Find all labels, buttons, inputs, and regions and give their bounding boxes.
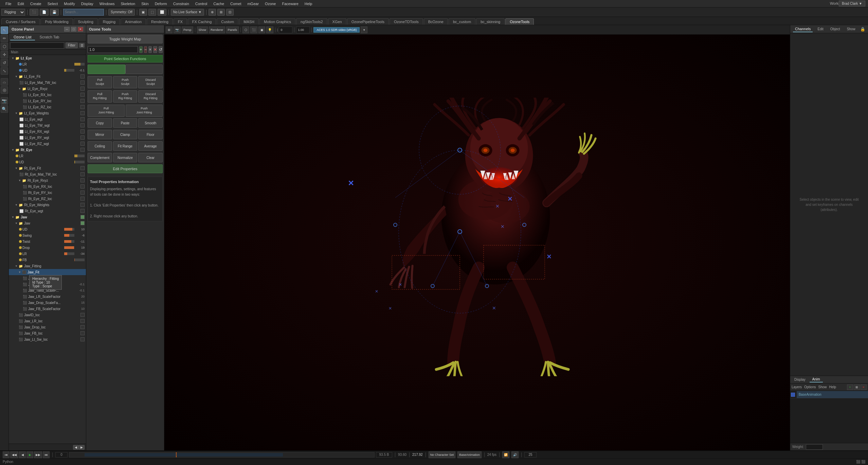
move-tool-btn[interactable]: ✛ <box>1 51 8 58</box>
anim-delete-btn[interactable]: ✕ <box>861 384 867 390</box>
user-button[interactable]: Brad Clark ▼ <box>839 1 865 6</box>
menu-item-comet[interactable]: Comet <box>228 1 244 6</box>
vp-renderer-btn[interactable]: Renderer <box>209 26 225 33</box>
pull-sculpt-btn[interactable]: PullSculpt <box>88 76 112 88</box>
tab-rigging[interactable]: Rigging <box>98 18 120 25</box>
go-start-btn[interactable]: ⏮ <box>3 451 10 458</box>
tree-item-jaw-swing-scalef[interactable]: ⬛ Jaw_Swing_Scale... -0.1 <box>9 281 86 287</box>
tab-motion-graphics[interactable]: Motion Graphics <box>259 18 295 25</box>
push-joint-fitting-btn[interactable]: PushJoint Fitting <box>126 105 163 117</box>
tree-item-jaw-ud[interactable]: UD 10 <box>9 226 86 232</box>
point-selection-btn[interactable]: Point Selection Functions <box>88 55 163 62</box>
filter-options-btn[interactable]: ☰ <box>79 43 85 48</box>
list-scroll-right[interactable]: ▶ <box>79 445 85 450</box>
fps-input[interactable] <box>524 452 537 458</box>
filter-btn[interactable]: Filter <box>66 42 78 48</box>
tree-item-lt-eye-ry[interactable]: ⬛ Lt_Eye_RY_loc <box>9 98 86 104</box>
show-anim-btn[interactable]: Show <box>818 385 827 389</box>
mirror-btn[interactable]: Mirror <box>88 130 112 139</box>
add-btn[interactable]: + <box>139 46 143 53</box>
tab-rendering[interactable]: Rendering <box>147 18 173 25</box>
menu-item-cache[interactable]: Cache <box>211 1 227 6</box>
paste-btn[interactable]: Paste <box>113 118 138 128</box>
subtract-btn[interactable]: − <box>144 46 147 53</box>
tree-item-jaw-sub[interactable]: ▼ 📁 Jaw <box>9 220 86 226</box>
tree-item-rt-eye-rz[interactable]: ⬛ Rt_Eye_RZ_loc <box>9 196 86 202</box>
ozone-tree-list[interactable]: ▼ 📁 Lt_Eye LR UD -0.1 <box>9 55 86 444</box>
tree-item-lt-eye-ry-wgt[interactable]: ⬜ Lt_Eye_RY_wgt <box>9 135 86 141</box>
tree-item-lt-eye-lr[interactable]: LR <box>9 61 86 67</box>
weight-value-input[interactable] <box>88 46 138 53</box>
color-space-indicator[interactable]: ACES 1.0 SDR-video (sRGB) <box>313 27 360 33</box>
tree-item-jaw-id-loc[interactable]: ⬛ JawID_loc <box>9 312 86 318</box>
end-frame-input[interactable] <box>376 452 392 458</box>
tree-item-rt-eye-wgt[interactable]: ⬜ Rt_Eye_wgt <box>9 208 86 214</box>
rotate-tool-btn[interactable]: ↺ <box>1 59 8 67</box>
search-input[interactable] <box>63 9 104 16</box>
tab-poly-modeling[interactable]: Poly Modeling <box>40 18 73 25</box>
anim-add-btn[interactable]: + <box>847 384 853 390</box>
tree-item-jaw-fb-loc[interactable]: ⬛ Jaw_FB_loc <box>9 330 86 336</box>
tree-item-jaw-fb[interactable]: FB <box>9 257 86 263</box>
magnet-btn[interactable]: ⊕ <box>209 9 216 16</box>
lasso-tool-btn[interactable]: ⬡ <box>1 43 8 50</box>
menu-item-create[interactable]: Create <box>28 1 44 6</box>
module-dropdown[interactable]: Rigging <box>1 9 25 16</box>
go-end-btn[interactable]: ⏭ <box>43 451 50 458</box>
copy-btn[interactable]: Copy <box>88 118 112 128</box>
reset-btn[interactable]: ↺ <box>159 46 163 53</box>
vp-camera-btn[interactable]: 📷 <box>174 26 181 33</box>
paint-tool-btn[interactable]: ✏ <box>1 35 8 42</box>
filter-input[interactable] <box>10 42 64 49</box>
vp-show-btn[interactable]: Show <box>197 26 208 33</box>
tab-fx[interactable]: FX <box>174 18 187 25</box>
search-scene-btn[interactable]: 🔍 <box>1 105 8 113</box>
vp-wireframe-btn[interactable]: ⬡ <box>242 26 249 33</box>
play-fwd-btn[interactable]: ▶▶ <box>34 451 42 458</box>
tree-item-lt-eye[interactable]: ▼ 📁 Lt_Eye <box>9 55 86 61</box>
multiply-btn[interactable]: × <box>148 46 152 53</box>
vp-panels-btn[interactable]: Panels <box>226 26 239 33</box>
vp-panel-btn[interactable]: ⊞ <box>166 26 173 33</box>
clear-btn[interactable]: Clear <box>138 153 163 162</box>
play-btn[interactable]: ▶ <box>26 451 33 458</box>
tree-item-rt-eye-weights[interactable]: ▼ 📁 Rt_Eye_Weights <box>9 202 86 208</box>
tree-item-lt-eye-rz[interactable]: ⬛ Lt_Eye_RZ_loc <box>9 104 86 110</box>
tab-ozone-td[interactable]: OzoneTDTools <box>390 18 423 25</box>
start-frame-input[interactable] <box>55 452 68 458</box>
panel-close-btn[interactable]: ✕ <box>78 27 83 32</box>
tab-fx-caching[interactable]: FX Caching <box>188 18 216 25</box>
tree-item-jaw-lt-sw-loc[interactable]: ⬛ Jaw_Lt_Sw_loc <box>9 336 86 342</box>
toolbar-btn-1[interactable]: ⬛ <box>30 9 38 16</box>
vp-textured-btn[interactable]: ▣ <box>258 26 265 33</box>
smooth-btn[interactable]: Smooth <box>138 118 163 128</box>
vp-dropdown-btn[interactable]: ▾ <box>361 26 367 33</box>
prev-frame-btn[interactable]: ◀◀ <box>10 451 18 458</box>
toolbar-icon-btn2[interactable]: ⊡ <box>226 9 234 16</box>
tree-item-jaw-ud-scalef[interactable]: ⬛ Jaw_UD_ScaleF... <box>9 275 86 281</box>
tree-item-jaw-group[interactable]: ▼ 📁 Jaw <box>9 214 86 220</box>
panel-maximize-btn[interactable]: □ <box>71 27 76 32</box>
panel-minimize-btn[interactable]: ─ <box>64 27 70 32</box>
timeline-slider[interactable] <box>69 452 375 458</box>
viewport-content[interactable]: ✕ ✕ ✕ ✕ ✕ ✕ ✕ ✕ ✕ <box>164 35 790 450</box>
menu-item-display[interactable]: Display <box>78 1 96 6</box>
object-btn[interactable]: Object <box>828 26 842 32</box>
tree-item-lt-eye-tw-wgt[interactable]: ⬜ Lt_Eye_TW_wgt <box>9 122 86 128</box>
ceiling-btn[interactable]: Ceiling <box>88 141 112 151</box>
toolbar-vp-btn2[interactable]: ⬚ <box>148 9 156 16</box>
help-anim-btn[interactable]: Help <box>829 385 836 389</box>
tree-item-jaw-lr-loc[interactable]: ⬛ Jaw_LR_loc <box>9 318 86 324</box>
tree-item-lt-eye-rxyz[interactable]: ▼ 📁 Lt_Eye_Rxyz <box>9 86 86 92</box>
tree-item-jaw-twist[interactable]: Twist -11 <box>9 238 86 245</box>
char-set-btn[interactable]: No Character Set <box>429 451 456 458</box>
tab-bc-custom[interactable]: bc_custom <box>449 18 475 25</box>
toolbar-vp-btn1[interactable]: ▣ <box>139 9 147 16</box>
tab-bc-skinning[interactable]: bc_skinning <box>476 18 505 25</box>
clear-val-btn[interactable]: ✕ <box>153 46 157 53</box>
menu-item-edit[interactable]: Edit <box>15 1 27 6</box>
soft-select-btn[interactable]: ◎ <box>1 86 8 94</box>
show-ch-btn[interactable]: Show <box>845 26 857 32</box>
tree-item-lt-eye-rz-wgt[interactable]: ⬜ Lt_Eye_RZ_wgt <box>9 141 86 147</box>
scale-tool-btn[interactable]: ⤡ <box>1 67 8 75</box>
